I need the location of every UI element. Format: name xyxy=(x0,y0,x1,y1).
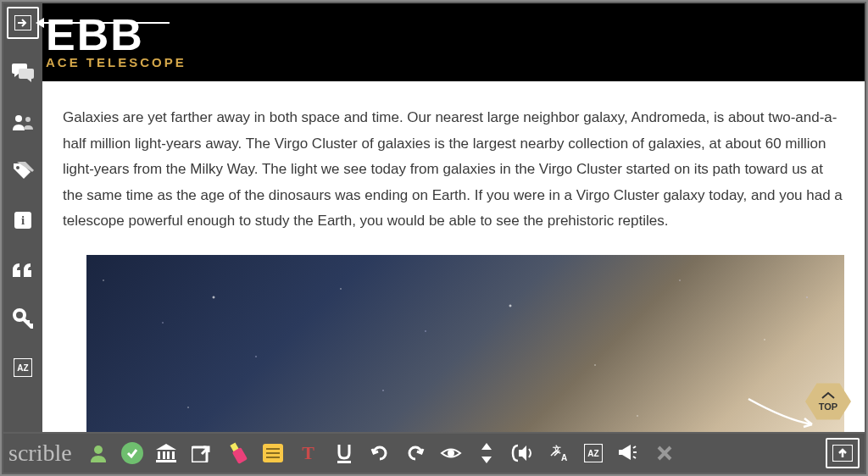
dictionary-icon[interactable]: AZ xyxy=(581,440,606,466)
article-paragraph: Galaxies are yet farther away in both sp… xyxy=(42,81,865,248)
sidebar-expand-button[interactable] xyxy=(7,7,39,39)
page-header: EBB ACE TELESCOPE xyxy=(42,3,865,81)
bottom-toolbar: scrible T 文A AZ xyxy=(3,434,865,473)
annotation-arrow-left xyxy=(42,22,170,24)
share-icon[interactable] xyxy=(189,440,214,466)
sticky-note-icon[interactable] xyxy=(260,440,286,466)
underline-icon[interactable] xyxy=(331,440,357,466)
dictionary-sidebar-icon[interactable]: AZ xyxy=(8,352,38,383)
check-icon[interactable] xyxy=(121,442,143,464)
users-icon[interactable] xyxy=(8,107,38,137)
svg-rect-14 xyxy=(167,451,170,459)
translate-icon[interactable]: 文A xyxy=(545,440,570,466)
svg-text:i: i xyxy=(21,213,25,227)
svg-rect-13 xyxy=(163,451,165,459)
svg-point-3 xyxy=(15,115,22,122)
text-style-icon[interactable]: T xyxy=(296,440,321,466)
highlighter-icon[interactable] xyxy=(225,440,250,466)
upload-icon[interactable] xyxy=(826,438,860,468)
user-icon[interactable] xyxy=(86,440,111,466)
svg-rect-18 xyxy=(337,461,351,463)
scrible-brand[interactable]: scrible xyxy=(8,440,72,467)
visibility-icon[interactable] xyxy=(438,440,464,466)
svg-text:AZ: AZ xyxy=(587,449,598,458)
svg-point-11 xyxy=(94,446,103,454)
sort-icon[interactable] xyxy=(474,440,499,466)
top-button-label: TOP xyxy=(819,401,837,412)
key-icon[interactable] xyxy=(8,303,38,334)
quotes-icon[interactable] xyxy=(8,254,38,285)
svg-point-5 xyxy=(16,166,19,169)
announce-icon[interactable] xyxy=(616,440,642,466)
close-icon[interactable] xyxy=(652,440,677,466)
svg-rect-15 xyxy=(172,451,175,459)
tags-icon[interactable] xyxy=(8,156,38,186)
institution-icon[interactable] xyxy=(153,440,179,466)
svg-rect-16 xyxy=(156,460,176,462)
redo-icon[interactable] xyxy=(403,440,428,466)
svg-text:A: A xyxy=(561,453,567,462)
left-sidebar: i AZ xyxy=(3,3,42,432)
audio-icon[interactable] xyxy=(509,440,535,466)
galaxy-image xyxy=(86,255,844,432)
svg-rect-12 xyxy=(158,451,160,459)
info-icon[interactable]: i xyxy=(8,205,38,235)
header-subtitle: ACE TELESCOPE xyxy=(46,55,865,69)
svg-point-4 xyxy=(25,117,31,122)
comments-icon[interactable] xyxy=(8,58,38,88)
scroll-to-top-button[interactable]: TOP xyxy=(805,381,851,427)
content-area: EBB ACE TELESCOPE Galaxies are yet farth… xyxy=(42,3,865,432)
svg-rect-2 xyxy=(19,69,34,79)
svg-point-19 xyxy=(448,450,454,457)
undo-icon[interactable] xyxy=(367,440,392,466)
svg-text:AZ: AZ xyxy=(17,363,28,373)
